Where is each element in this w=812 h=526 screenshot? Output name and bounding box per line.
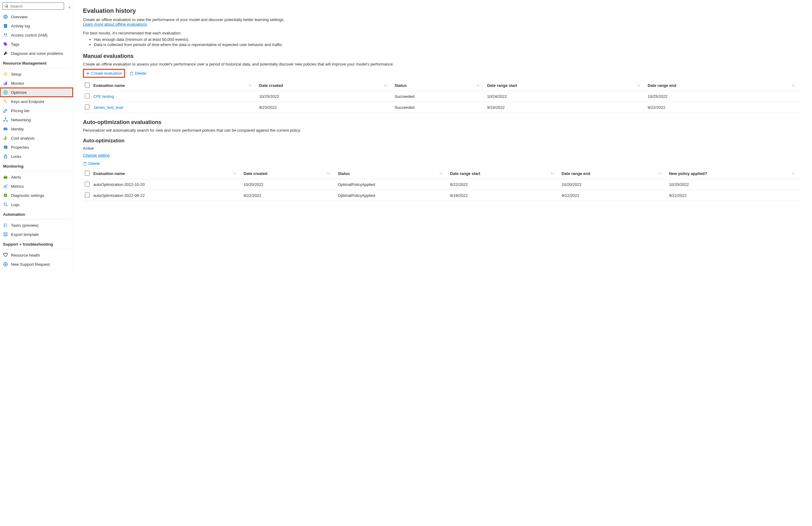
evaluation-link[interactable]: CFE testing xyxy=(93,94,114,99)
column-header[interactable]: Date range start↑↓ xyxy=(487,80,648,91)
nav-item-new-support-request[interactable]: New Support Request xyxy=(0,260,73,269)
nav-label: Access control (IAM) xyxy=(11,33,47,37)
table-row: CFE testing10/25/2022Succeeded10/24/2022… xyxy=(83,91,802,102)
sort-icon[interactable]: ↑↓ xyxy=(792,171,795,175)
gear-icon xyxy=(3,72,8,76)
cell-created: 9/22/2022 xyxy=(244,190,338,201)
table-row: autoOptimization-2022-09-229/22/2022Opti… xyxy=(83,190,802,201)
sort-icon[interactable]: ↑↓ xyxy=(551,171,554,175)
nav-item-identity[interactable]: Identity xyxy=(0,124,73,134)
nav-item-resource-health[interactable]: Resource health xyxy=(0,251,73,260)
column-header[interactable]: Date range start↑↓ xyxy=(450,168,562,179)
sort-icon[interactable]: ↑↓ xyxy=(792,83,795,87)
learn-more-link[interactable]: Learn more about offline evaluations xyxy=(83,22,147,27)
select-all-checkbox[interactable] xyxy=(85,171,90,176)
cell-start: 9/22/2022 xyxy=(450,179,562,190)
tasks-icon xyxy=(3,223,8,228)
svg-rect-22 xyxy=(4,177,7,179)
nav-item-locks[interactable]: Locks xyxy=(0,152,73,161)
column-header[interactable]: New policy applied?↑↓ xyxy=(669,168,802,179)
sort-icon[interactable]: ↑↓ xyxy=(327,171,330,175)
export-icon xyxy=(3,232,8,237)
health-icon xyxy=(3,253,8,257)
nav-item-logs[interactable]: Logs xyxy=(0,200,73,209)
select-all-checkbox[interactable] xyxy=(85,82,90,88)
nav-item-properties[interactable]: Properties xyxy=(0,142,73,152)
nav-item-diagnostic-settings[interactable]: Diagnostic settings xyxy=(0,191,73,200)
search-input[interactable] xyxy=(10,4,62,9)
sort-icon[interactable]: ↑↓ xyxy=(439,171,443,175)
sort-icon[interactable]: ↑↓ xyxy=(658,171,662,175)
identity-icon xyxy=(3,126,8,131)
svg-rect-21 xyxy=(4,156,7,158)
column-header[interactable]: Date created↑↓ xyxy=(244,168,338,179)
nav-label: Monitor xyxy=(11,81,24,86)
svg-rect-7 xyxy=(5,82,6,85)
key-icon xyxy=(3,99,8,104)
row-checkbox[interactable] xyxy=(85,193,90,197)
collapse-sidebar-button[interactable]: « xyxy=(67,5,73,10)
sort-icon[interactable]: ↑↓ xyxy=(233,171,236,175)
nav-label: Resource health xyxy=(11,253,40,257)
sort-icon[interactable]: ↑↓ xyxy=(384,83,387,87)
sort-icon[interactable]: ↑↓ xyxy=(477,83,480,87)
nav-item-monitor[interactable]: Monitor xyxy=(0,79,73,88)
props-icon xyxy=(3,145,8,150)
cell-applied: 9/22/2022 xyxy=(669,190,802,201)
sort-icon[interactable]: ↑↓ xyxy=(249,83,252,87)
change-setting-link[interactable]: Change setting xyxy=(83,153,110,157)
nav-item-optimize[interactable]: Optimize xyxy=(0,88,73,97)
autoopt-status: Active xyxy=(83,146,802,151)
evaluation-link[interactable]: James_test_eval xyxy=(93,105,123,110)
nav-item-metrics[interactable]: Metrics xyxy=(0,182,73,191)
cell-created: 9/23/2022 xyxy=(259,102,395,113)
nav-item-pricing-tier[interactable]: Pricing tier xyxy=(0,106,73,115)
column-header[interactable]: Evaluation name↑↓ xyxy=(93,80,259,91)
nav-label: Properties xyxy=(11,145,29,150)
nav-label: Keys and Endpoint xyxy=(11,99,44,104)
nav-label: Export template xyxy=(11,232,39,237)
nav-label: Activity log xyxy=(11,24,30,28)
nav-item-tags[interactable]: Tags xyxy=(0,40,73,49)
nav-item-activity-log[interactable]: Activity log xyxy=(0,21,73,30)
column-header[interactable]: Status↑↓ xyxy=(395,80,487,91)
svg-point-4 xyxy=(4,43,5,44)
delete-button[interactable]: Delete xyxy=(129,71,146,76)
nav-item-diagnose-and-solve-problems[interactable]: Diagnose and solve problems xyxy=(0,49,73,58)
people-icon xyxy=(3,33,8,37)
column-header[interactable]: Date range end↑↓ xyxy=(648,80,802,91)
create-evaluation-button[interactable]: Create evaluation xyxy=(83,69,125,78)
column-header[interactable]: Status↑↓ xyxy=(338,168,450,179)
svg-point-11 xyxy=(5,92,6,93)
cell-status: Succeeded xyxy=(395,91,487,102)
column-header[interactable]: Date created↑↓ xyxy=(259,80,395,91)
svg-point-25 xyxy=(4,224,5,225)
sort-icon[interactable]: ↑↓ xyxy=(637,83,640,87)
row-checkbox[interactable] xyxy=(85,105,90,109)
nav-item-tasks-preview[interactable]: Tasks (preview) xyxy=(0,221,73,230)
nav-item-networking[interactable]: Networking xyxy=(0,115,73,124)
nav-item-export-template[interactable]: Export template xyxy=(0,230,73,239)
nav-item-keys-and-endpoint[interactable]: Keys and Endpoint xyxy=(0,97,73,106)
column-header[interactable]: Evaluation name↑↓ xyxy=(93,168,244,179)
section-header-resource-management: Resource Management xyxy=(0,58,73,67)
autoopt-delete-button[interactable]: Delete xyxy=(83,161,100,166)
svg-rect-20 xyxy=(6,146,7,149)
cell-created: 10/25/2022 xyxy=(259,91,395,102)
column-header[interactable]: Date range end↑↓ xyxy=(562,168,669,179)
trash-icon xyxy=(83,162,87,166)
row-checkbox[interactable] xyxy=(85,182,90,186)
nav-label: Cost analysis xyxy=(11,136,34,140)
svg-point-27 xyxy=(4,226,5,227)
row-checkbox[interactable] xyxy=(85,93,90,99)
nav-item-alerts[interactable]: Alerts xyxy=(0,172,73,182)
nav-item-overview[interactable]: Overview xyxy=(0,12,73,21)
nav-label: Logs xyxy=(11,202,19,207)
nav-label: Overview xyxy=(11,15,27,19)
nav-item-setup[interactable]: Setup xyxy=(0,70,73,79)
nav-item-access-control-iam[interactable]: Access control (IAM) xyxy=(0,30,73,40)
nav-item-cost-analysis[interactable]: Cost analysis xyxy=(0,134,73,142)
globe-icon xyxy=(3,14,8,19)
nav-label: Setup xyxy=(11,72,21,76)
search-box[interactable] xyxy=(2,2,64,10)
